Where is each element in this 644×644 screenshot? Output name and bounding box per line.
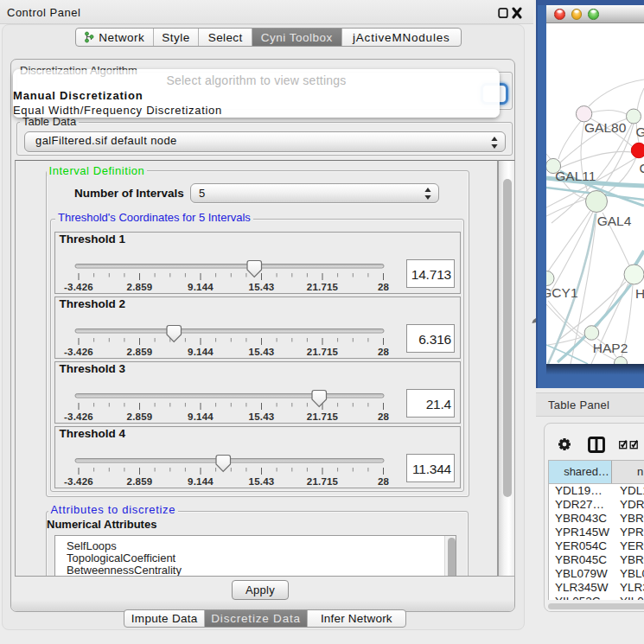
svg-text:GAL11: GAL11 (555, 169, 596, 183)
svg-text:GAL80: GAL80 (584, 120, 627, 135)
svg-text:GA: GA (636, 124, 644, 139)
svg-text:CA: CA (640, 161, 644, 175)
svg-text:GAL4: GAL4 (597, 214, 632, 228)
svg-text:HAP2: HAP2 (593, 341, 628, 355)
svg-text:GCY1: GCY1 (546, 285, 578, 300)
svg-text:HI: HI (635, 286, 644, 301)
